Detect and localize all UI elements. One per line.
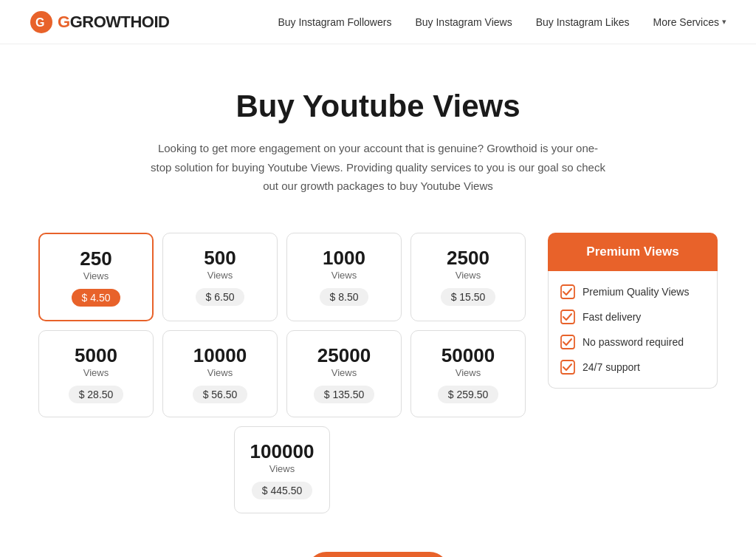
add-to-cart-wrap: Add to Cart <box>38 552 718 558</box>
package-card-1000[interactable]: 1000 Views $ 8.50 <box>286 233 402 321</box>
pkg-price: $ 4.50 <box>72 289 121 307</box>
navbar: G GGROWTHOID Buy Instagram Followers Buy… <box>0 0 756 44</box>
feature-label: Fast delivery <box>583 311 641 323</box>
nav-more-services[interactable]: More Services ▾ <box>653 16 726 28</box>
pkg-price: $ 135.50 <box>314 386 375 403</box>
pkg-label: Views <box>420 367 516 378</box>
pkg-price: $ 259.50 <box>438 386 499 403</box>
check-icon <box>560 360 575 375</box>
premium-feature: Premium Quality Views <box>560 284 705 299</box>
pkg-label: Views <box>172 270 268 281</box>
pkg-price: $ 28.50 <box>69 386 124 403</box>
premium-body: Premium Quality Views Fast delivery No p… <box>548 271 718 389</box>
page-title: Buy Youtube Views <box>38 89 718 124</box>
package-card-25000[interactable]: 25000 Views $ 135.50 <box>286 330 402 417</box>
check-icon <box>560 310 575 324</box>
chevron-down-icon: ▾ <box>722 17 726 27</box>
add-to-cart-button[interactable]: Add to Cart <box>307 552 450 558</box>
pkg-label: Views <box>420 270 516 281</box>
pkg-amount: 2500 <box>420 247 516 270</box>
premium-feature: 24/7 support <box>560 360 705 375</box>
feature-label: Premium Quality Views <box>583 286 689 298</box>
nav-links: Buy Instagram Followers Buy Instagram Vi… <box>278 16 726 29</box>
logo[interactable]: G GGROWTHOID <box>30 10 169 34</box>
package-card-2500[interactable]: 2500 Views $ 15.50 <box>410 233 526 321</box>
page-description: Looking to get more engagement on your a… <box>149 139 607 196</box>
package-card-5000[interactable]: 5000 Views $ 28.50 <box>38 330 154 417</box>
pkg-price: $ 445.50 <box>252 482 313 499</box>
pkg-price: $ 8.50 <box>320 288 369 306</box>
premium-feature: No password required <box>560 335 705 349</box>
pkg-price: $ 6.50 <box>196 288 245 306</box>
pkg-amount: 25000 <box>296 344 392 367</box>
pkg-label: Views <box>48 367 144 378</box>
pkg-price: $ 56.50 <box>193 386 248 403</box>
nav-buy-likes[interactable]: Buy Instagram Likes <box>536 16 630 28</box>
pkg-amount: 5000 <box>48 344 144 367</box>
premium-header: Premium Views <box>548 233 718 271</box>
premium-feature: Fast delivery <box>560 310 705 324</box>
pkg-label: Views <box>296 270 392 281</box>
pkg-amount: 100000 <box>244 440 320 463</box>
packages-area: 250 Views $ 4.50 500 Views $ 6.50 1000 V… <box>38 233 526 522</box>
pkg-amount: 50000 <box>420 344 516 367</box>
package-card-50000[interactable]: 50000 Views $ 259.50 <box>410 330 526 417</box>
pkg-label: Views <box>49 270 143 281</box>
package-card-10000[interactable]: 10000 Views $ 56.50 <box>162 330 278 417</box>
pkg-label: Views <box>296 367 392 378</box>
package-card-500[interactable]: 500 Views $ 6.50 <box>162 233 278 321</box>
feature-label: 24/7 support <box>583 361 640 373</box>
pkg-price: $ 15.50 <box>441 288 496 306</box>
main-content: Buy Youtube Views Looking to get more en… <box>24 44 732 557</box>
svg-text:G: G <box>35 16 44 29</box>
check-icon <box>560 335 575 349</box>
pkg-amount: 250 <box>49 247 143 270</box>
packages-grid: 250 Views $ 4.50 500 Views $ 6.50 1000 V… <box>38 233 526 417</box>
package-card-250[interactable]: 250 Views $ 4.50 <box>38 233 154 321</box>
pkg-label: Views <box>244 463 320 474</box>
pkg-amount: 500 <box>172 247 268 270</box>
check-icon <box>560 284 575 299</box>
nav-buy-followers[interactable]: Buy Instagram Followers <box>278 16 391 28</box>
nav-buy-views[interactable]: Buy Instagram Views <box>415 16 512 28</box>
package-card-100000[interactable]: 100000 Views $ 445.50 <box>234 426 330 513</box>
pkg-amount: 1000 <box>296 247 392 270</box>
feature-label: No password required <box>583 336 684 348</box>
pkg-label: Views <box>172 367 268 378</box>
last-row: 100000 Views $ 445.50 <box>38 426 526 513</box>
pkg-amount: 10000 <box>172 344 268 367</box>
premium-panel: Premium Views Premium Quality Views Fast… <box>548 233 718 389</box>
content-area: 250 Views $ 4.50 500 Views $ 6.50 1000 V… <box>38 233 718 522</box>
logo-text: GGROWTHOID <box>58 13 169 32</box>
